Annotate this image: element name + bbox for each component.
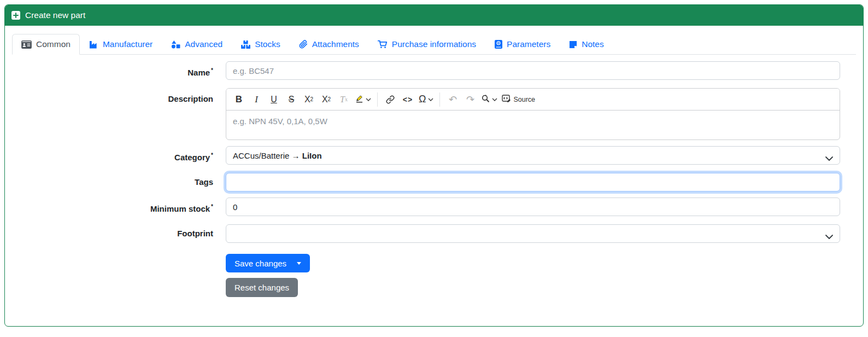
- reset-row: Reset changes: [12, 278, 856, 297]
- bold-button[interactable]: B: [231, 91, 247, 108]
- editor-toolbar: B I U S X2 X2 Tx: [226, 89, 840, 111]
- caret-down-icon: [297, 262, 301, 265]
- underline-button[interactable]: U: [266, 91, 282, 108]
- find-replace-icon: [481, 94, 490, 105]
- toolbar-separator: [439, 92, 440, 107]
- tab-label: Parameters: [507, 39, 550, 49]
- minimum-stock-input[interactable]: [226, 197, 840, 216]
- boxes-stacked-icon: [241, 40, 250, 49]
- shopping-cart-icon: [378, 40, 388, 49]
- tab-label: Attachments: [312, 39, 359, 49]
- category-selected-value: LiIon: [302, 151, 322, 160]
- minimum-stock-row: Minimum stock*: [12, 197, 856, 218]
- name-row: Name*: [12, 61, 856, 82]
- tab-notes[interactable]: Notes: [560, 34, 613, 55]
- category-row: Category* ACCus/Batterie → LiIon: [12, 146, 856, 167]
- toolbar-separator: [377, 92, 378, 107]
- name-input[interactable]: [226, 61, 840, 80]
- tab-label: Advanced: [185, 39, 222, 49]
- description-row: Description B I U S X2 X2 Tx: [12, 88, 856, 140]
- subscript-button[interactable]: X2: [301, 91, 317, 108]
- tab-label: Manufacturer: [103, 39, 153, 49]
- link-button[interactable]: [382, 91, 398, 108]
- highlight-button[interactable]: [353, 91, 373, 108]
- category-select[interactable]: ACCus/Batterie → LiIon: [226, 146, 840, 165]
- tab-label: Notes: [582, 39, 604, 49]
- chevron-down-icon: [428, 98, 433, 101]
- tab-manufacturer[interactable]: Manufacturer: [80, 34, 162, 55]
- tab-purchase-informations[interactable]: Purchase informations: [368, 34, 485, 55]
- tags-row: Tags: [12, 173, 856, 191]
- plus-square-icon: [11, 11, 20, 20]
- factory-icon: [89, 40, 98, 49]
- chevron-down-icon: [366, 98, 371, 101]
- paperclip-icon: [299, 40, 308, 49]
- shapes-icon: [171, 40, 180, 49]
- tab-attachments[interactable]: Attachments: [290, 34, 368, 55]
- find-replace-button[interactable]: [479, 91, 499, 108]
- minimum-stock-label: Minimum stock*: [12, 197, 226, 218]
- code-button[interactable]: <>: [400, 91, 416, 108]
- description-textarea[interactable]: e.g. NPN 45V, 0,1A, 0,5W: [226, 111, 840, 140]
- save-row: Save changes: [12, 249, 856, 272]
- source-button[interactable]: Source: [500, 91, 537, 108]
- card-header: Create new part: [5, 5, 863, 26]
- card-title: Create new part: [25, 10, 85, 20]
- tags-label: Tags: [12, 173, 226, 191]
- source-label: Source: [513, 96, 535, 103]
- tab-label: Purchase informations: [392, 39, 476, 49]
- id-card-icon: [21, 40, 32, 49]
- save-changes-button[interactable]: Save changes: [226, 254, 310, 272]
- name-label: Name*: [12, 61, 226, 82]
- tab-bar: Common Manufacturer Advanced Stocks: [12, 34, 856, 55]
- footprint-row: Footprint: [12, 224, 856, 243]
- italic-button[interactable]: I: [248, 91, 265, 108]
- tags-input[interactable]: [226, 173, 840, 191]
- description-placeholder: e.g. NPN 45V, 0,1A, 0,5W: [233, 117, 327, 126]
- reset-changes-button[interactable]: Reset changes: [226, 278, 298, 297]
- footprint-select[interactable]: [226, 224, 840, 243]
- strikethrough-button[interactable]: S: [283, 91, 300, 108]
- description-label: Description: [12, 88, 226, 140]
- part-form: Name* Description B I U S X2: [12, 61, 856, 297]
- sticky-note-icon: [569, 40, 577, 49]
- tab-label: Stocks: [255, 39, 280, 49]
- chevron-down-icon: [492, 98, 497, 101]
- redo-button[interactable]: ↷: [462, 91, 478, 108]
- tab-common[interactable]: Common: [12, 34, 80, 55]
- description-editor: B I U S X2 X2 Tx: [226, 88, 840, 140]
- required-marker: *: [211, 204, 213, 210]
- required-marker: *: [211, 152, 213, 158]
- undo-button[interactable]: ↶: [444, 91, 461, 108]
- category-label: Category*: [12, 146, 226, 167]
- special-characters-button[interactable]: Ω: [417, 91, 435, 108]
- book-icon: [495, 40, 502, 49]
- remove-format-button[interactable]: Tx: [336, 91, 352, 108]
- source-code-icon: [502, 94, 511, 105]
- superscript-button[interactable]: X2: [318, 91, 335, 108]
- tab-label: Common: [36, 39, 71, 49]
- tab-parameters[interactable]: Parameters: [485, 34, 560, 55]
- create-part-card: Create new part Common Manufacturer Adva…: [4, 4, 864, 327]
- required-marker: *: [211, 67, 213, 73]
- category-path: ACCus/Batterie →: [233, 151, 302, 160]
- highlight-marker-icon: [355, 94, 363, 105]
- tab-stocks[interactable]: Stocks: [232, 34, 290, 55]
- footprint-label: Footprint: [12, 224, 226, 243]
- tab-advanced[interactable]: Advanced: [162, 34, 232, 55]
